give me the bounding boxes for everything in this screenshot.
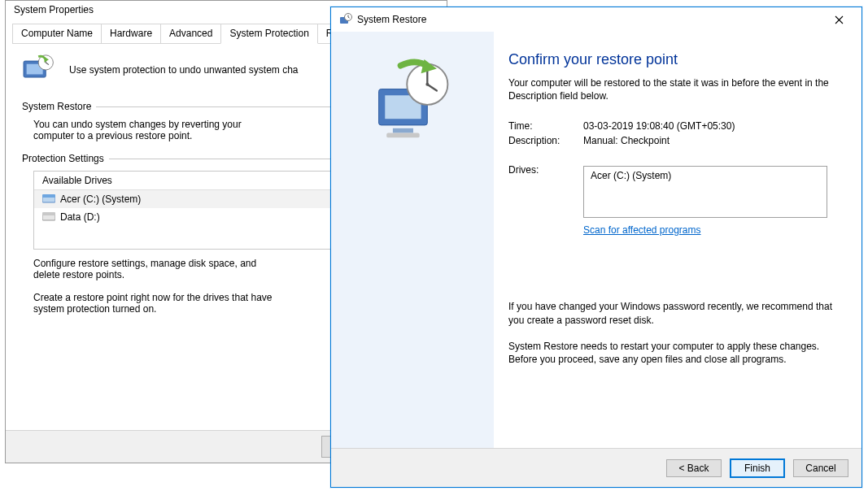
svg-rect-5 [42, 194, 55, 198]
description-label: Description: [508, 135, 583, 146]
svg-rect-6 [42, 215, 55, 220]
wizard-subtext: Your computer will be restored to the st… [508, 76, 840, 102]
restore-title-icon [339, 13, 352, 26]
drive-name: Data (D:) [60, 211, 100, 223]
restore-description: You can undo system changes by reverting… [33, 119, 277, 141]
description-value: Manual: Checkpoint [583, 135, 840, 146]
close-icon [835, 15, 844, 24]
group-system-restore: System Restore [22, 101, 91, 112]
drives-list: Acer (C:) (System) [583, 166, 827, 218]
svg-rect-13 [386, 133, 419, 138]
time-value: 03-03-2019 19:08:40 (GMT+05:30) [583, 120, 840, 132]
wizard-sidebar [331, 32, 494, 448]
drive-entry: Acer (C:) (System) [591, 170, 671, 181]
drive-icon [42, 194, 55, 204]
system-restore-icon [369, 56, 456, 147]
drive-icon [42, 212, 55, 222]
intro-text: Use system protection to undo unwanted s… [69, 64, 298, 76]
wizard-heading: Confirm your restore point [508, 51, 840, 68]
scan-affected-programs-link[interactable]: Scan for affected programs [583, 224, 701, 237]
group-protection-settings: Protection Settings [22, 153, 104, 164]
svg-rect-12 [393, 128, 413, 133]
drives-label: Drives: [508, 164, 583, 176]
drive-name: Acer (C:) (System) [60, 193, 141, 205]
tab-advanced[interactable]: Advanced [160, 24, 221, 43]
svg-rect-4 [42, 197, 55, 202]
tab-system-protection[interactable]: System Protection [220, 24, 317, 44]
configure-description: Configure restore settings, manage disk … [33, 258, 277, 280]
system-restore-window: System Restore Confirm your restore po [330, 7, 862, 488]
time-label: Time: [508, 120, 583, 132]
finish-button[interactable]: Finish [730, 458, 785, 478]
tab-hardware[interactable]: Hardware [101, 24, 161, 43]
close-button[interactable] [824, 10, 853, 29]
password-note: If you have changed your Windows passwor… [508, 300, 840, 326]
window-title: System Restore [357, 14, 426, 25]
col-available-drives: Available Drives [34, 172, 334, 189]
restart-note: System Restore needs to restart your com… [508, 340, 840, 366]
back-button[interactable]: < Back [666, 459, 722, 477]
system-protection-icon [22, 54, 58, 86]
create-description: Create a restore point right now for the… [33, 292, 277, 315]
cancel-button[interactable]: Cancel [793, 459, 848, 477]
tab-computer-name[interactable]: Computer Name [12, 24, 102, 43]
svg-rect-7 [42, 212, 55, 215]
